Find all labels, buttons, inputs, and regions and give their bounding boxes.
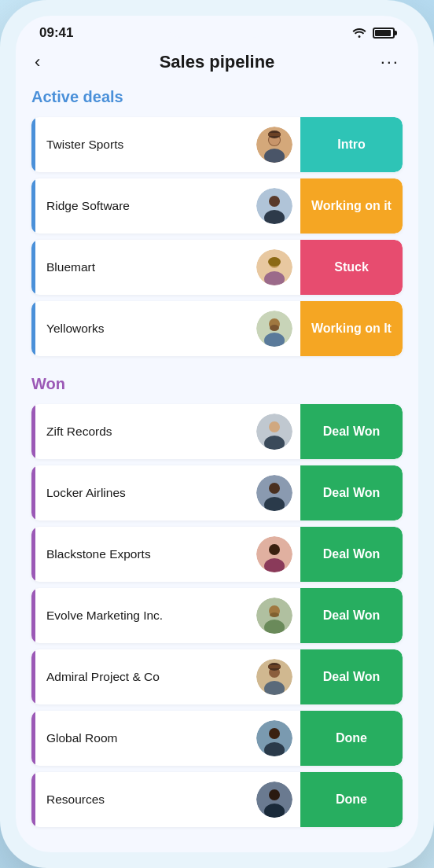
avatar [256, 188, 292, 224]
deal-status: Done [300, 772, 403, 827]
avatar [256, 536, 292, 572]
battery-icon [373, 28, 395, 39]
deal-name: Admiral Project & Co [35, 660, 256, 693]
deal-row[interactable]: Bluemart Stuck [31, 240, 403, 295]
deal-status: Intro [300, 117, 403, 172]
deal-status: Working on it [300, 178, 403, 234]
svg-point-16 [270, 325, 279, 331]
deal-row[interactable]: Admiral Project & Co Deal Won [31, 649, 403, 704]
avatar [256, 659, 292, 695]
deal-row[interactable]: Ridge Software Working on it [31, 178, 403, 234]
more-button[interactable]: ··· [368, 52, 399, 72]
deal-name: Global Room [35, 722, 256, 755]
deal-name: Bluemart [35, 251, 256, 284]
avatar [256, 414, 292, 450]
deal-status: Deal Won [300, 649, 403, 704]
svg-point-7 [269, 196, 280, 207]
page-title: Sales pipeline [160, 52, 275, 72]
avatar [256, 782, 292, 818]
phone-frame: 09:41 ‹ Sales pipeline ··· [0, 0, 434, 868]
deal-name: Evolve Marketing Inc. [35, 599, 256, 632]
notch [166, 16, 268, 38]
deal-name: Blackstone Exports [35, 538, 256, 571]
won-section-header: Won [31, 375, 403, 393]
avatar [256, 127, 292, 163]
deal-row[interactable]: Locker Airlines Deal Won [31, 465, 403, 520]
svg-point-29 [270, 612, 279, 617]
active-deals-list: Twister Sports Intro [31, 117, 403, 356]
svg-point-21 [269, 483, 280, 494]
back-button[interactable]: ‹ [35, 52, 66, 72]
deal-row[interactable]: Yelloworks Working on It [31, 301, 403, 356]
content-area: Active deals Twister Sports [16, 85, 418, 852]
deal-status: Stuck [300, 240, 403, 295]
phone-screen: 09:41 ‹ Sales pipeline ··· [16, 16, 418, 852]
deal-name: Ridge Software [35, 189, 256, 223]
svg-rect-33 [268, 665, 281, 668]
deal-status: Deal Won [300, 527, 403, 582]
status-time: 09:41 [39, 25, 73, 41]
deal-name: Twister Sports [35, 128, 256, 161]
deal-status: Deal Won [300, 588, 403, 643]
svg-rect-5 [268, 133, 281, 136]
avatar [256, 311, 292, 347]
avatar [256, 598, 292, 634]
wifi-icon [352, 27, 366, 40]
deal-row[interactable]: Global Room Done [31, 711, 403, 766]
svg-point-11 [268, 257, 281, 267]
svg-point-24 [269, 544, 280, 555]
avatar [256, 720, 292, 756]
avatar [256, 249, 292, 285]
active-deals-header: Active deals [31, 88, 403, 106]
deal-status: Done [300, 711, 403, 766]
avatar [256, 475, 292, 511]
deal-name: Zift Records [35, 415, 256, 448]
status-icons [352, 27, 395, 40]
deal-row[interactable]: Zift Records Deal Won [31, 404, 403, 459]
deal-status: Deal Won [300, 465, 403, 520]
won-deals-list: Zift Records Deal Won Locker Airlines [31, 404, 403, 827]
deal-name: Resources [35, 783, 256, 816]
deal-row[interactable]: Resources Done [31, 772, 403, 827]
deal-name: Locker Airlines [35, 476, 256, 509]
deal-row[interactable]: Evolve Marketing Inc. Deal Won [31, 588, 403, 643]
deal-status: Deal Won [300, 404, 403, 459]
svg-point-39 [269, 789, 280, 800]
deal-row[interactable]: Blackstone Exports Deal Won [31, 527, 403, 582]
svg-point-18 [269, 421, 280, 432]
deal-name: Yelloworks [35, 312, 256, 345]
deal-status: Working on It [300, 301, 403, 356]
top-nav: ‹ Sales pipeline ··· [16, 46, 418, 85]
deal-row[interactable]: Twister Sports Intro [31, 117, 403, 172]
svg-point-36 [269, 728, 280, 739]
